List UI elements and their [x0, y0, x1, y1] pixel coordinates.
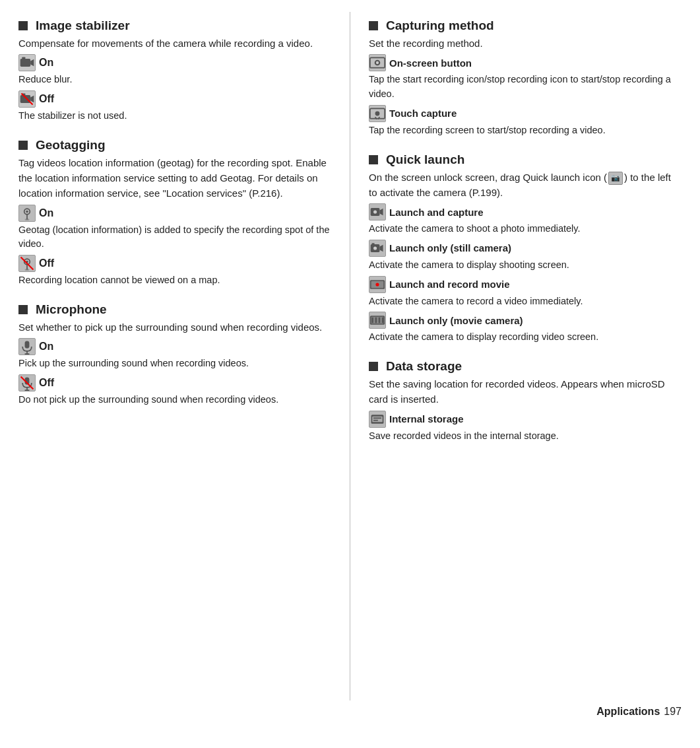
onscreen-button-row: On-screen button [369, 54, 682, 71]
svg-point-27 [375, 111, 380, 116]
page: Image stabilizer Compensate for movement… [0, 0, 700, 748]
launch-capture-label: Launch and capture [389, 207, 484, 218]
svg-marker-34 [379, 245, 383, 252]
touch-capture-label: Touch capture [389, 108, 457, 119]
svg-marker-1 [30, 59, 34, 66]
svg-rect-2 [22, 57, 25, 59]
svg-point-13 [25, 269, 30, 271]
svg-rect-42 [371, 318, 373, 323]
geotagging-off-row: Off [18, 255, 331, 272]
svg-marker-31 [379, 209, 383, 215]
microphone-off-label: Off [39, 377, 54, 389]
launch-only-still-icon [369, 240, 386, 257]
launch-capture-row: Launch and capture [369, 203, 682, 221]
geotagging-on-row: On [18, 205, 331, 222]
microphone-on-label: On [39, 341, 53, 353]
launch-only-movie-row: Launch only (movie camera) [369, 312, 682, 329]
geotagging-on-icon [18, 205, 36, 222]
microphone-off-icon [18, 374, 36, 391]
geotagging-title: Geotagging [36, 138, 106, 153]
footer-page: 197 [664, 706, 682, 718]
geotagging-body: Tag videos location information (geotag)… [18, 155, 331, 201]
launch-only-movie-label: Launch only (movie camera) [389, 315, 523, 326]
touch-capture-row: Touch capture [369, 105, 682, 122]
microphone-on-icon [18, 338, 36, 355]
svg-point-10 [26, 210, 28, 212]
svg-point-32 [373, 210, 377, 213]
columns: Image stabilizer Compensate for movement… [0, 12, 700, 700]
section-title-data-storage: Data storage [369, 359, 682, 374]
microphone-title: Microphone [36, 302, 107, 317]
svg-point-9 [25, 219, 30, 221]
svg-rect-49 [373, 419, 378, 421]
launch-only-still-label: Launch only (still camera) [389, 242, 511, 254]
stabilizer-off-row: Off [18, 90, 331, 108]
onscreen-button-label: On-screen button [389, 57, 472, 69]
touch-capture-desc: Tap the recording screen to start/stop r… [369, 123, 682, 138]
bullet-icon [369, 362, 378, 371]
quick-launch-inline-icon: 📷 [608, 172, 623, 185]
microphone-off-row: Off [18, 374, 331, 391]
launch-record-movie-icon [369, 276, 386, 293]
right-column: Capturing method Set the recording metho… [350, 12, 700, 700]
onscreen-button-desc: Tap the start recording icon/stop record… [369, 73, 682, 102]
section-title-image-stabilizer: Image stabilizer [18, 18, 331, 33]
section-microphone: Microphone Set whether to pick up the su… [18, 302, 331, 407]
geotagging-on-desc: Geotag (location information) is added t… [18, 223, 331, 252]
microphone-on-desc: Pick up the surrounding sound when recor… [18, 357, 331, 371]
internal-storage-row: Internal storage [369, 411, 682, 428]
touch-capture-icon [369, 105, 386, 122]
data-storage-body: Set the saving location for recorded vid… [369, 376, 682, 407]
microphone-off-desc: Do not pick up the surrounding sound whe… [18, 393, 331, 407]
footer-label: Applications [596, 706, 660, 718]
section-title-microphone: Microphone [18, 302, 331, 317]
stabilizer-on-icon [18, 54, 36, 71]
launch-record-movie-label: Launch and record movie [389, 279, 510, 290]
microphone-on-row: On [18, 338, 331, 355]
svg-rect-36 [371, 243, 374, 244]
section-quick-launch: Quick launch On the screen unlock screen… [369, 153, 682, 345]
geotagging-on-label: On [39, 207, 53, 219]
launch-capture-desc: Activate the camera to shoot a photo imm… [369, 222, 682, 236]
svg-point-39 [375, 283, 379, 286]
stabilizer-off-desc: The stabilizer is not used. [18, 109, 331, 123]
bullet-icon [18, 141, 28, 150]
section-title-geotagging: Geotagging [18, 138, 331, 153]
bullet-icon [18, 21, 28, 30]
section-image-stabilizer: Image stabilizer Compensate for movement… [18, 18, 331, 123]
section-title-capturing-method: Capturing method [369, 18, 682, 33]
section-geotagging: Geotagging Tag videos location informati… [18, 138, 331, 288]
quick-launch-title: Quick launch [386, 153, 464, 167]
section-data-storage: Data storage Set the saving location for… [369, 359, 682, 443]
svg-point-25 [376, 61, 379, 64]
capturing-method-body: Set the recording method. [369, 36, 682, 51]
stabilizer-on-row: On [18, 54, 331, 71]
internal-storage-desc: Save recorded videos in the internal sto… [369, 429, 682, 444]
section-capturing-method: Capturing method Set the recording metho… [369, 18, 682, 138]
geotagging-off-label: Off [39, 257, 54, 269]
stabilizer-off-icon [18, 90, 36, 108]
svg-rect-0 [20, 59, 30, 67]
svg-marker-4 [30, 96, 34, 102]
internal-storage-icon [369, 411, 386, 428]
stabilizer-on-desc: Reduce blur. [18, 73, 331, 87]
geotagging-off-icon [18, 255, 36, 272]
svg-rect-45 [382, 318, 384, 323]
geotagging-off-desc: Recording location cannot be viewed on a… [18, 273, 331, 288]
svg-point-35 [373, 246, 377, 250]
data-storage-title: Data storage [386, 359, 462, 374]
internal-storage-label: Internal storage [389, 413, 464, 425]
svg-rect-16 [25, 341, 30, 348]
svg-rect-43 [375, 318, 377, 323]
svg-rect-48 [373, 417, 381, 419]
svg-rect-44 [379, 318, 381, 323]
image-stabilizer-body: Compensate for movements of the camera w… [18, 36, 331, 51]
capturing-method-title: Capturing method [386, 18, 494, 33]
stabilizer-on-label: On [39, 57, 53, 69]
launch-record-movie-desc: Activate the camera to record a video im… [369, 294, 682, 309]
stabilizer-off-label: Off [39, 93, 54, 105]
launch-only-still-desc: Activate the camera to display shooting … [369, 258, 682, 273]
image-stabilizer-title: Image stabilizer [36, 18, 130, 33]
section-title-quick-launch: Quick launch [369, 153, 682, 167]
microphone-body: Set whether to pick up the surrounding s… [18, 320, 331, 335]
